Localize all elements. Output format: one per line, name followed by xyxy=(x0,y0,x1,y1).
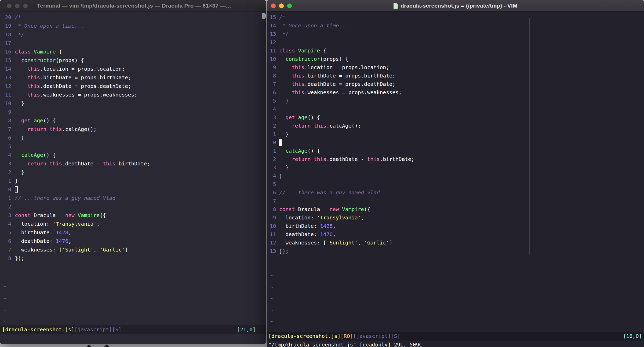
code-line: 9 xyxy=(0,108,266,116)
code-text: birthDate: 1428, xyxy=(15,229,71,236)
code-line: 1} xyxy=(0,177,266,185)
code-line: 15 constructor(props) { xyxy=(0,56,266,65)
code-line: 13 */ xyxy=(267,30,644,38)
code-line: 8const Dracula = new Vampire({ xyxy=(267,205,644,213)
code-text: this.birthDate = props.birthDate; xyxy=(279,73,396,79)
traffic-lights xyxy=(271,3,292,8)
code-line: 2 xyxy=(0,202,266,211)
line-number: 3 xyxy=(270,163,276,172)
line-number: 1 xyxy=(5,177,11,185)
line-number: 7 xyxy=(270,197,276,205)
tilde-line: ~ xyxy=(270,316,273,327)
code-text: this.deathDate = props.deathDate; xyxy=(15,83,131,89)
tilde-line: ~ xyxy=(270,304,273,316)
macvim-title-text: dracula-screenshot.js = (/private/tmp) -… xyxy=(401,0,517,11)
code-text: } xyxy=(279,98,289,104)
terminal-window: Terminal — vim /tmp/dracula-screenshot.j… xyxy=(0,0,266,344)
code-text: get age() { xyxy=(279,114,320,121)
tilde-line: ~ xyxy=(270,281,273,293)
line-number: 8 xyxy=(5,116,11,125)
minimize-button[interactable] xyxy=(279,3,284,8)
code-line: 19 * Once upon a time... xyxy=(0,22,266,30)
line-number: 4 xyxy=(5,220,11,228)
line-number: 20 xyxy=(5,13,11,22)
code-line: 0 xyxy=(267,138,644,147)
line-number: 15 xyxy=(5,56,11,65)
code-line: 4 location: 'Transylvania', xyxy=(0,220,266,228)
code-line: 4 xyxy=(267,105,644,113)
terminal-vim-buffer[interactable]: 20/*19 * Once upon a time...18 */1716cla… xyxy=(0,11,266,344)
macvim-titlebar[interactable]: dracula-screenshot.js = (/private/tmp) -… xyxy=(267,0,644,11)
code-text: * Once upon a time... xyxy=(15,23,84,29)
close-button[interactable] xyxy=(7,3,12,8)
code-text: location: 'Transylvania', xyxy=(15,221,100,227)
code-text: const Dracula = new Vampire({ xyxy=(15,212,106,218)
line-number: 3 xyxy=(5,159,11,168)
code-line: 10 constructor(props) { xyxy=(267,55,644,63)
zoom-button[interactable] xyxy=(287,3,292,8)
tilde-line: ~ xyxy=(3,281,7,292)
line-number: 15 xyxy=(270,13,276,21)
code-line: 12 xyxy=(267,38,644,46)
line-number: 1 xyxy=(270,147,276,155)
line-number: 6 xyxy=(5,237,11,246)
line-number: 4 xyxy=(270,105,276,113)
code-text: constructor(props) { xyxy=(15,57,84,63)
code-text: } xyxy=(279,131,289,137)
code-line: 5 birthDate: 1428, xyxy=(0,228,266,237)
code-line: 18 */ xyxy=(0,30,266,39)
zoom-button[interactable] xyxy=(23,3,28,8)
vim-cursor xyxy=(15,186,18,193)
terminal-titlebar[interactable]: Terminal — vim /tmp/dracula-screenshot.j… xyxy=(0,0,266,11)
code-line: 14 * Once upon a time... xyxy=(267,21,644,30)
vim-cursor xyxy=(279,139,282,146)
terminal-window-title: Terminal — vim /tmp/dracula-screenshot.j… xyxy=(37,0,231,11)
tilde-line: ~ xyxy=(270,270,273,281)
line-number: 11 xyxy=(270,46,276,55)
macvim-buffer[interactable]: 15/*14 * Once upon a time...13 */1211cla… xyxy=(267,11,644,347)
code-text: // ...there was a guy named Vlad xyxy=(15,195,115,201)
code-text xyxy=(279,139,282,146)
status-segment: [javascript] xyxy=(353,333,391,339)
code-line: 10 } xyxy=(0,99,266,108)
status-segment: [dracula-screenshot.js] xyxy=(2,326,74,333)
scrollbar[interactable] xyxy=(529,18,530,255)
code-line: 3 } xyxy=(267,163,644,172)
status-segment: [dracula-screenshot.js] xyxy=(268,333,341,339)
code-line: 8 this.birthDate = props.birthDate; xyxy=(267,71,644,80)
code-line: 20/* xyxy=(0,13,266,22)
code-text: } xyxy=(279,164,289,171)
scrollbar-thumb[interactable] xyxy=(262,13,266,19)
code-text: deathDate: 1476, xyxy=(279,231,336,237)
line-number: 12 xyxy=(270,38,276,46)
code-text: return this.calcAge(); xyxy=(15,126,97,132)
status-segment: [javascript] xyxy=(74,326,112,333)
close-button[interactable] xyxy=(271,3,276,8)
code-line: 8 get age() { xyxy=(0,116,266,125)
code-text: calcAge() { xyxy=(15,152,56,158)
line-number: 8 xyxy=(5,254,11,263)
code-text: } xyxy=(15,135,24,141)
code-text: constructor(props) { xyxy=(279,56,348,62)
line-number: 14 xyxy=(5,65,11,73)
code-text: */ xyxy=(279,31,289,37)
status-segment: [S] xyxy=(391,333,400,339)
line-number: 2 xyxy=(5,168,11,177)
line-number: 14 xyxy=(270,21,276,30)
line-number: 4 xyxy=(270,172,276,180)
cursor-position: [16,0] xyxy=(623,332,642,340)
line-number: 9 xyxy=(270,213,276,222)
tilde-line: ~ xyxy=(3,292,7,304)
line-number: 0 xyxy=(5,185,11,194)
line-number: 3 xyxy=(5,211,11,220)
code-line: 7 weaknesses: ['Sunlight', 'Garlic'] xyxy=(0,246,266,254)
line-number: 16 xyxy=(5,47,11,56)
line-number: 9 xyxy=(5,108,11,116)
line-number: 7 xyxy=(270,80,276,88)
tilde-line: ~ xyxy=(270,293,273,304)
document-icon xyxy=(393,3,398,9)
line-number: 18 xyxy=(5,30,11,39)
line-number: 7 xyxy=(5,125,11,134)
code-text: return this.calcAge(); xyxy=(279,123,361,129)
minimize-button[interactable] xyxy=(15,3,20,8)
